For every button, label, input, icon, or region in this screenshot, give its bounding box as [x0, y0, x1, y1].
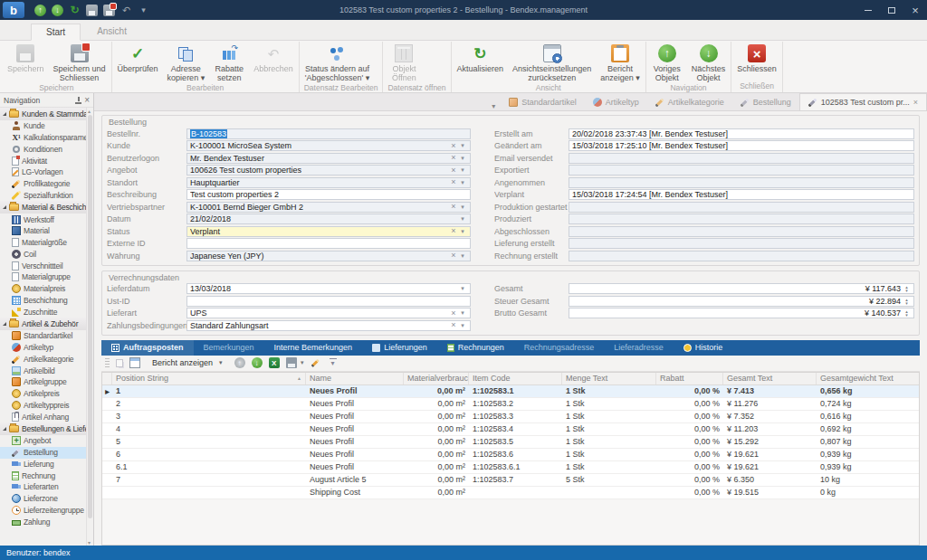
doctab-artikeltyp[interactable]: Artikeltyp — [585, 93, 647, 110]
abgeschlossen-field[interactable] — [569, 226, 914, 237]
nav-group-header[interactable]: Bestellungen & Lieferungen — [0, 422, 86, 435]
minimize-button[interactable] — [856, 0, 880, 20]
save-button[interactable]: Speichern — [3, 42, 49, 82]
next-object-icon[interactable] — [52, 5, 63, 16]
kunde-field[interactable]: K-100001 MicroSea System — [186, 140, 471, 151]
column-header[interactable]: Menge Text — [562, 373, 656, 384]
doctab-bestellung[interactable]: Bestellung — [732, 93, 799, 110]
clear-icon[interactable] — [449, 166, 458, 176]
externe-id-field[interactable] — [186, 238, 471, 249]
previous-object-button[interactable]: Voriges Objekt — [647, 42, 687, 82]
ribbon-tab-start[interactable]: Start — [31, 24, 81, 41]
save-small-icon[interactable] — [286, 357, 297, 368]
table-row[interactable]: 2 Neues Profil 0,00 m² 1:102583.2 1 Stk … — [102, 398, 919, 411]
tab-lieferungen[interactable]: Lieferungen — [362, 340, 437, 356]
change-status-button[interactable]: Status ändern auf 'Abgeschlossen' ▾ — [301, 42, 375, 82]
save-close-icon[interactable] — [103, 5, 115, 16]
show-report-button[interactable]: Bericht anzeigen ▾ — [596, 42, 645, 82]
save-and-close-button[interactable]: Speichern und Schliessen — [49, 42, 110, 82]
next-object-button[interactable]: Nächstes Objekt — [687, 42, 731, 82]
table-row[interactable]: 4 Neues Profil 0,00 m² 1:102583.4 1 Stk … — [102, 423, 919, 436]
angebot-field[interactable]: 100626 Test custom properties — [186, 165, 471, 176]
nav-scrollbar[interactable] — [86, 108, 93, 546]
clear-icon[interactable] — [449, 320, 458, 330]
column-header[interactable]: Item Code — [469, 373, 562, 384]
doctab-102583-test-custom-properties[interactable]: 102583 Test custom pr... — [799, 93, 927, 110]
prev-object-icon[interactable] — [34, 5, 46, 16]
sidebar-item-materialpreis[interactable]: Materialpreis — [0, 283, 86, 295]
tab-historie[interactable]: Historie — [674, 340, 733, 356]
set-discounts-button[interactable]: Rabatte setzen — [209, 42, 249, 82]
column-header[interactable]: Gesamtgewicht Text — [817, 373, 919, 384]
dropdown-icon[interactable] — [458, 321, 467, 330]
spinner-icon[interactable] — [903, 309, 911, 317]
geaendert-am-field[interactable]: 15/03/2018 17:25:10 [Mr. Bendex Testuser… — [569, 140, 914, 151]
clear-icon[interactable] — [449, 251, 458, 261]
spinner-icon[interactable] — [903, 285, 911, 292]
column-header[interactable]: Gesamt Text — [723, 373, 817, 384]
tab-rechnungsadresse[interactable]: Rechnungsadresse — [514, 340, 605, 356]
table-row[interactable]: 7 August Article 5 0,00 m² 1:102583.7 5 … — [102, 474, 919, 487]
clear-icon[interactable] — [449, 308, 458, 318]
close-icon[interactable] — [84, 96, 90, 105]
sidebar-item-zuschnitte[interactable]: Zuschnitte — [0, 306, 86, 318]
sidebar-item-coil[interactable]: Coil — [0, 249, 86, 261]
rechnung-erstellt-field[interactable] — [569, 251, 914, 261]
exportiert-field[interactable] — [569, 165, 914, 176]
dropdown-icon[interactable] — [458, 214, 467, 223]
close-record-button[interactable]: Schliessen — [732, 42, 781, 81]
sidebar-item-materialgruppe[interactable]: Materialgruppe — [0, 271, 86, 283]
bestellnr-field[interactable]: B-102583 — [186, 128, 471, 139]
copy-icon[interactable] — [116, 359, 123, 367]
benutzerlogon-field[interactable]: Mr. Bendex Testuser — [186, 153, 471, 164]
sidebar-item-artikeltyp[interactable]: Artikeltyp — [0, 342, 86, 354]
show-report-button[interactable]: Bericht anzeigen — [147, 357, 228, 368]
dropdown-icon[interactable] — [458, 203, 467, 212]
produziert-field[interactable] — [569, 214, 914, 224]
column-header[interactable]: Name — [306, 373, 404, 384]
grip-icon[interactable] — [105, 358, 110, 368]
scrollbar-thumb[interactable] — [88, 115, 92, 518]
pin-icon[interactable] — [75, 97, 81, 104]
status-field[interactable]: Verplant — [186, 226, 471, 237]
tab-lieferadresse[interactable]: Lieferadresse — [604, 340, 674, 356]
sidebar-item-zahlung[interactable]: Zahlung — [0, 516, 86, 527]
overflow-icon[interactable] — [328, 357, 339, 368]
save-icon[interactable] — [86, 5, 98, 16]
nav-group-header[interactable]: Material & Beschichtungen — [0, 201, 86, 214]
sidebar-item-material[interactable]: Material — [0, 225, 86, 237]
sidebar-item-artikelkategorie[interactable]: Artikelkategorie — [0, 354, 86, 365]
steuer-gesamt-field[interactable]: ¥ 22.894 — [569, 296, 914, 307]
dropdown-icon[interactable] — [458, 284, 467, 293]
dropdown-icon[interactable] — [458, 154, 467, 163]
sidebar-item-artikelgruppe[interactable]: Artikelgruppe — [0, 376, 86, 388]
dropdown-icon[interactable] — [458, 166, 467, 175]
sidebar-item-profilkategorie[interactable]: Profilkategorie — [0, 178, 86, 190]
table-row[interactable]: 5 Neues Profil 0,00 m² 1:102583.5 1 Stk … — [102, 436, 919, 449]
maximize-button[interactable] — [880, 0, 903, 20]
sidebar-item-artikeltyppreis[interactable]: Artikeltyppreis — [0, 400, 86, 412]
nav-group-header[interactable]: Artikel & Zubehör — [0, 318, 86, 330]
tab-list-dropdown-icon[interactable] — [486, 101, 501, 110]
sidebar-item-bestellung[interactable]: Bestellung — [0, 447, 86, 459]
sidebar-item-lieferzone[interactable]: Lieferzone — [0, 493, 86, 505]
zahlungsbedingungen-field[interactable]: Standard Zahlungsart — [186, 320, 471, 331]
sidebar-item-lieferung[interactable]: Lieferung — [0, 459, 86, 470]
table-row[interactable]: 1 Neues Profil 0,00 m² 1:102583.1 1 Stk … — [102, 385, 919, 398]
lieferdatum-field[interactable]: 13/03/2018 — [186, 283, 471, 294]
tab-bemerkungen[interactable]: Bemerkungen — [194, 340, 264, 356]
datum-field[interactable]: 21/02/2018 — [186, 214, 471, 224]
doctab-standardartikel[interactable]: Standardartikel — [501, 93, 585, 110]
tab-interne-bemerkungen[interactable]: Interne Bemerkungen — [264, 340, 363, 356]
sidebar-item-angebot[interactable]: Angebot — [0, 435, 86, 447]
undo-icon[interactable] — [120, 5, 132, 16]
sidebar-item-aktivitaet[interactable]: Aktivität — [0, 155, 86, 166]
verplant-field[interactable]: 15/03/2018 17:24:54 [Mr. Bendex Testuser… — [569, 189, 914, 200]
sidebar-item-kalkulationsparameter[interactable]: Kalkulationsparameter — [0, 132, 86, 144]
dropdown-icon[interactable] — [458, 308, 467, 318]
angenommen-field[interactable] — [569, 177, 914, 188]
gesamt-field[interactable]: ¥ 117.643 — [569, 283, 914, 294]
sidebar-item-artikelbild[interactable]: Artikelbild — [0, 365, 86, 376]
down-circle-icon[interactable] — [252, 357, 263, 368]
dropdown-icon[interactable] — [458, 252, 467, 261]
